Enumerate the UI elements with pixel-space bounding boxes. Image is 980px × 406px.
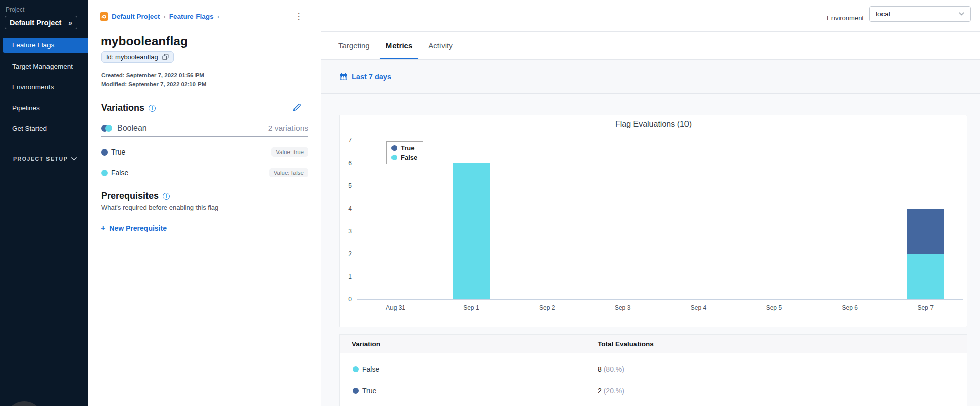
sidebar-item-get-started[interactable]: Get Started [0, 118, 88, 139]
breadcrumb: Default Project › Feature Flags › [100, 12, 219, 21]
variation-type-row: Boolean 2 variations [101, 123, 308, 134]
row-variation-name: True [362, 387, 376, 395]
sidebar-item-pipelines[interactable]: Pipelines [0, 97, 88, 118]
breadcrumb-links: Default Project › Feature Flags › [112, 13, 219, 20]
variations-heading-row: Variations [101, 103, 156, 113]
kebab-menu-icon[interactable]: ⋮ [294, 11, 303, 22]
breadcrumb-link-feature-flags[interactable]: Feature Flags [169, 13, 214, 20]
legend-item-false[interactable]: False [391, 154, 417, 161]
total-percentage: (20.%) [604, 387, 624, 395]
variation-row-true: TrueValue: true [101, 147, 308, 157]
environment-select[interactable]: local [869, 6, 971, 22]
environment-value: local [876, 10, 890, 18]
row-total-evaluations: 8 (80.%) [598, 365, 624, 373]
new-prerequisite-label: New Prerequisite [109, 224, 167, 232]
total-percentage: (80.%) [604, 365, 624, 373]
sidebar-item-environments[interactable]: Environments [0, 77, 88, 97]
y-axis-tick: 6 [340, 160, 352, 167]
table-header-total: Total Evaluations [598, 340, 654, 348]
project-selector[interactable]: Default Project » [5, 16, 77, 29]
modified-timestamp: Modified: September 7, 2022 02:10 PM [101, 81, 206, 87]
bar-false-sep-7 [907, 254, 944, 299]
y-axis-tick: 7 [340, 137, 352, 144]
chart-legend: TrueFalse [386, 141, 423, 164]
calendar-icon [339, 73, 348, 81]
legend-item-true[interactable]: True [391, 144, 417, 152]
new-prerequisite-button[interactable]: New Prerequisite [101, 224, 167, 233]
variations-heading: Variations [101, 103, 144, 113]
created-timestamp: Created: September 7, 2022 01:56 PM [101, 72, 204, 78]
bar-false-sep-1 [453, 163, 490, 299]
variation-color-dot [353, 366, 359, 372]
bar-true-sep-7 [907, 209, 944, 254]
date-filter-row: Last 7 days [321, 60, 980, 94]
variation-color-dot [101, 149, 108, 156]
environment-pane: Environment local TargetingMetricsActivi… [321, 0, 980, 406]
evaluations-table: Variation Total Evaluations False8 (80.%… [339, 334, 967, 406]
sidebar-divider [10, 145, 76, 145]
row-variation-name: False [362, 365, 379, 373]
y-axis-tick: 0 [340, 296, 352, 303]
variation-name: False [111, 169, 128, 177]
project-label: Project [6, 6, 24, 13]
x-axis-label: Sep 2 [539, 304, 555, 311]
prerequisites-heading: Prerequisites [101, 191, 159, 201]
variation-value-chip: Value: true [271, 147, 308, 157]
app-window: Project Default Project » Feature FlagsT… [0, 0, 980, 406]
x-axis-line [357, 299, 963, 300]
x-axis-label: Sep 3 [615, 304, 630, 311]
x-axis-label: Sep 4 [691, 304, 706, 311]
total-count: 2 [598, 387, 602, 395]
flag-id-text: Id: mybooleanflag [106, 53, 158, 61]
chevron-down-icon [71, 157, 77, 161]
date-range-filter[interactable]: Last 7 days [352, 73, 391, 81]
help-bubble[interactable] [2, 401, 46, 406]
y-axis-tick: 3 [340, 228, 352, 235]
variation-color-dot [101, 170, 108, 176]
legend-label: True [401, 144, 414, 152]
flag-detail-panel: Default Project › Feature Flags › ⋮ mybo… [88, 0, 321, 406]
tab-activity[interactable]: Activity [428, 32, 453, 59]
project-setup-label: PROJECT SETUP [13, 156, 68, 162]
copy-icon[interactable] [162, 54, 169, 60]
legend-dot [391, 145, 397, 151]
table-row-true: True2 (20.%) [340, 380, 967, 402]
table-header-variation: Variation [352, 340, 380, 348]
breadcrumb-link-default-project[interactable]: Default Project [112, 13, 160, 20]
prerequisites-subtitle: What's required before enabling this fla… [101, 204, 218, 211]
expand-sidebar-icon: » [68, 19, 72, 27]
y-axis-tick: 1 [340, 273, 352, 280]
sidebar-item-feature-flags[interactable]: Feature Flags [3, 38, 88, 53]
row-total-evaluations: 2 (20.%) [598, 387, 624, 395]
boolean-dot-cyan [105, 125, 112, 132]
variation-value-chip: Value: false [269, 168, 308, 177]
y-axis-tick: 4 [340, 205, 352, 212]
edit-variations-icon[interactable] [292, 102, 302, 114]
info-icon [163, 193, 170, 200]
app-logo-icon [100, 12, 108, 21]
breadcrumb-separator: › [163, 13, 166, 20]
environment-topbar: Environment local [321, 0, 980, 32]
tab-targeting[interactable]: Targeting [338, 32, 370, 59]
chevron-down-icon [959, 12, 964, 16]
environment-label: Environment [827, 14, 864, 22]
prerequisites-heading-row: Prerequisites [101, 191, 170, 201]
tab-bar: TargetingMetricsActivity [321, 32, 980, 60]
sidebar-item-project-setup[interactable]: PROJECT SETUP [13, 156, 77, 162]
sidebar: Project Default Project » Feature FlagsT… [0, 0, 88, 406]
sidebar-item-target-management[interactable]: Target Management [0, 56, 88, 77]
variation-type-label: Boolean [117, 124, 147, 133]
variation-count: 2 variations [268, 124, 308, 133]
legend-label: False [401, 154, 417, 161]
flag-id-chip: Id: mybooleanflag [101, 51, 174, 63]
table-row-false: False8 (80.%) [340, 358, 967, 380]
info-icon [149, 105, 156, 112]
flag-title: mybooleanflag [101, 34, 188, 48]
tab-metrics[interactable]: Metrics [386, 32, 413, 59]
x-axis-label: Aug 31 [386, 304, 405, 311]
x-axis-label: Sep 6 [842, 304, 858, 311]
variation-color-dot [353, 388, 359, 394]
y-axis-tick: 2 [340, 250, 352, 258]
legend-dot [391, 155, 397, 160]
x-axis-label: Sep 5 [766, 304, 782, 311]
